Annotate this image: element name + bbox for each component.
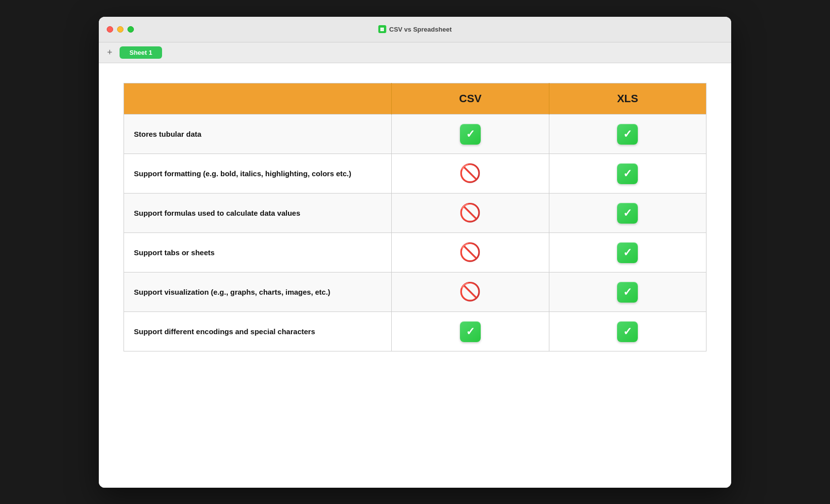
csv-cell [392, 311, 549, 351]
minimize-button[interactable] [117, 26, 124, 33]
feature-cell: Support formatting (e.g. bold, italics, … [124, 154, 392, 193]
table-row: Support formulas used to calculate data … [124, 193, 706, 233]
add-tab-button[interactable]: + [104, 46, 116, 58]
xls-cell [549, 233, 706, 272]
content-area: CSV XLS Stores tubular dataSupport forma… [99, 63, 731, 488]
table-row: Support formatting (e.g. bold, italics, … [124, 154, 706, 193]
csv-cell: 🚫 [392, 272, 549, 311]
check-icon [617, 163, 638, 184]
table-row: Support tabs or sheets🚫 [124, 233, 706, 272]
feature-cell: Support visualization (e.g., graphs, cha… [124, 272, 392, 311]
app-icon: ▦ [378, 25, 386, 33]
csv-cell: 🚫 [392, 154, 549, 193]
csv-cell: 🚫 [392, 193, 549, 233]
xls-cell [549, 311, 706, 351]
window-title: ▦ CSV vs Spreadsheet [378, 25, 452, 33]
check-icon [460, 321, 481, 342]
close-button[interactable] [107, 26, 113, 33]
feature-cell: Support tabs or sheets [124, 233, 392, 272]
table-row: Stores tubular data [124, 114, 706, 154]
app-window: ▦ CSV vs Spreadsheet + Sheet 1 CSV XLS S… [99, 17, 731, 488]
no-icon: 🚫 [460, 281, 481, 302]
feature-cell: Support formulas used to calculate data … [124, 193, 392, 233]
feature-cell: Support different encodings and special … [124, 311, 392, 351]
table-row: Support different encodings and special … [124, 311, 706, 351]
check-icon [617, 282, 638, 303]
no-icon: 🚫 [460, 242, 481, 263]
xls-cell [549, 193, 706, 233]
table-row: Support visualization (e.g., graphs, cha… [124, 272, 706, 311]
no-icon: 🚫 [460, 202, 481, 223]
maximize-button[interactable] [127, 26, 134, 33]
check-icon [617, 321, 638, 342]
check-icon [617, 124, 638, 145]
check-icon [460, 124, 481, 145]
col-header-feature [124, 83, 392, 114]
csv-cell [392, 114, 549, 154]
col-header-csv: CSV [392, 83, 549, 114]
xls-cell [549, 154, 706, 193]
active-tab[interactable]: Sheet 1 [120, 46, 162, 59]
check-icon [617, 242, 638, 263]
title-text: CSV vs Spreadsheet [389, 26, 452, 33]
titlebar: ▦ CSV vs Spreadsheet [99, 17, 731, 42]
comparison-table: CSV XLS Stores tubular dataSupport forma… [124, 83, 706, 351]
col-header-xls: XLS [549, 83, 706, 114]
xls-cell [549, 114, 706, 154]
table-header-row: CSV XLS [124, 83, 706, 114]
no-icon: 🚫 [460, 163, 481, 184]
window-controls [107, 26, 134, 33]
check-icon [617, 203, 638, 224]
feature-cell: Stores tubular data [124, 114, 392, 154]
xls-cell [549, 272, 706, 311]
csv-cell: 🚫 [392, 233, 549, 272]
tab-bar: + Sheet 1 [99, 42, 731, 63]
